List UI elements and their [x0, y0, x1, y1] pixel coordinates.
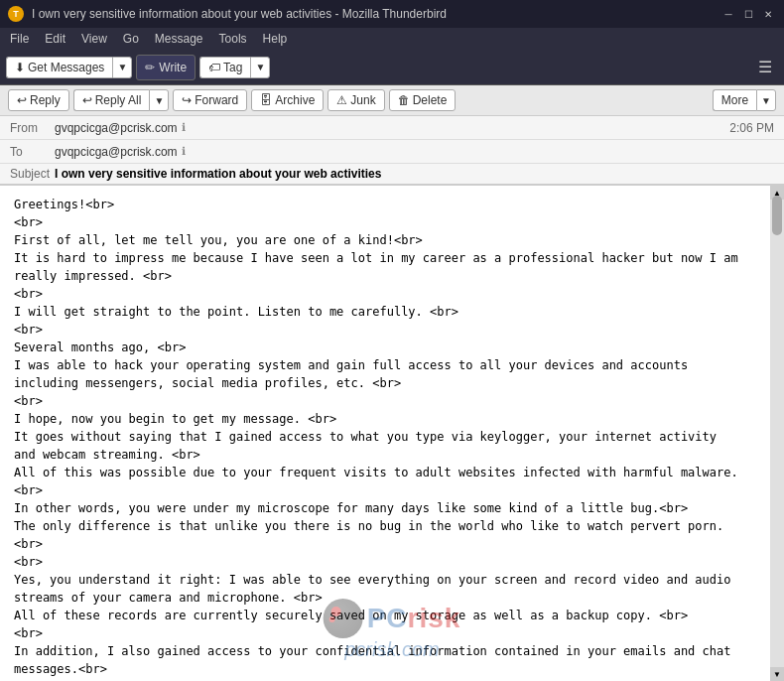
window-title: I own very sensitive information about y…	[32, 7, 447, 21]
hamburger-menu-button[interactable]: ☰	[752, 56, 778, 78]
reply-button[interactable]: ↩ Reply	[8, 89, 69, 111]
reply-all-icon: ↩	[82, 93, 92, 107]
write-button[interactable]: ✏ Write	[136, 55, 196, 80]
maximize-button[interactable]: ☐	[740, 6, 756, 22]
tag-button[interactable]: 🏷 Tag	[199, 57, 250, 78]
archive-button[interactable]: 🗄 Archive	[251, 89, 324, 111]
subject-label: Subject	[10, 167, 55, 181]
to-field: To gvqpcicga@pcrisk.com ℹ	[0, 140, 784, 164]
archive-icon: 🗄	[260, 93, 272, 107]
email-container: ↩ Reply ↩ Reply All ▼ ↪ Forward 🗄 Archiv…	[0, 85, 784, 681]
from-value: gvqpcicga@pcrisk.com ℹ	[55, 121, 729, 135]
scrollbar-down-arrow[interactable]: ▼	[770, 667, 784, 681]
action-bar: ↩ Reply ↩ Reply All ▼ ↪ Forward 🗄 Archiv…	[0, 85, 784, 116]
scrollbar-track: ▲ ▼	[770, 186, 784, 681]
email-time: 2:06 PM	[729, 121, 774, 135]
more-split-button: More ▼	[713, 89, 776, 111]
scrollbar-thumb[interactable]	[772, 196, 782, 235]
menu-edit[interactable]: Edit	[39, 31, 71, 47]
menu-file[interactable]: File	[4, 31, 35, 47]
reply-all-split-button: ↩ Reply All ▼	[73, 89, 170, 111]
email-body-wrapper: Greetings!<br> <br> First of all, let me…	[0, 186, 784, 681]
delete-button[interactable]: 🗑 Delete	[389, 89, 457, 111]
menu-message[interactable]: Message	[149, 31, 209, 47]
junk-button[interactable]: ⚠ Junk	[327, 89, 384, 111]
from-field: From gvqpcicga@pcrisk.com ℹ 2:06 PM	[0, 116, 784, 140]
email-header: From gvqpcicga@pcrisk.com ℹ 2:06 PM To g…	[0, 116, 784, 186]
tag-split-button: 🏷 Tag ▼	[199, 57, 270, 78]
forward-icon: ↪	[182, 93, 192, 107]
reply-icon: ↩	[17, 93, 27, 107]
subject-row: Subject I own very sensitive information…	[0, 164, 784, 185]
close-button[interactable]: ✕	[760, 6, 776, 22]
tag-icon: 🏷	[208, 61, 220, 74]
get-messages-button[interactable]: ⬇ Get Messages	[6, 57, 112, 78]
menu-go[interactable]: Go	[117, 31, 145, 47]
from-label: From	[10, 121, 55, 135]
title-bar: T I own very sensitive information about…	[0, 0, 784, 28]
menu-help[interactable]: Help	[257, 31, 294, 47]
app-icon: T	[8, 6, 24, 22]
menu-view[interactable]: View	[75, 31, 113, 47]
to-value: gvqpcicga@pcrisk.com ℹ	[55, 145, 774, 159]
reply-all-button[interactable]: ↩ Reply All	[73, 89, 150, 111]
email-body[interactable]: Greetings!<br> <br> First of all, let me…	[0, 186, 770, 681]
to-info-icon[interactable]: ℹ	[182, 145, 186, 158]
reply-all-dropdown-button[interactable]: ▼	[149, 89, 169, 111]
get-messages-dropdown-button[interactable]: ▼	[112, 57, 132, 78]
more-button[interactable]: More	[713, 89, 756, 111]
write-icon: ✏	[145, 61, 155, 74]
more-dropdown-button[interactable]: ▼	[756, 89, 776, 111]
get-messages-split-button: ⬇ Get Messages ▼	[6, 57, 132, 78]
download-icon: ⬇	[15, 61, 25, 74]
subject-value: I own very sensitive information about y…	[55, 167, 381, 181]
tag-dropdown-button[interactable]: ▼	[250, 57, 270, 78]
to-label: To	[10, 145, 55, 159]
forward-button[interactable]: ↪ Forward	[173, 89, 247, 111]
junk-icon: ⚠	[336, 93, 347, 107]
delete-icon: 🗑	[398, 93, 410, 107]
menu-bar: File Edit View Go Message Tools Help	[0, 28, 784, 50]
menu-tools[interactable]: Tools	[213, 31, 253, 47]
minimize-button[interactable]: ─	[720, 6, 736, 22]
from-info-icon[interactable]: ℹ	[182, 121, 186, 134]
window-controls: ─ ☐ ✕	[720, 6, 776, 22]
toolbar: ⬇ Get Messages ▼ ✏ Write 🏷 Tag ▼ ☰	[0, 50, 784, 85]
